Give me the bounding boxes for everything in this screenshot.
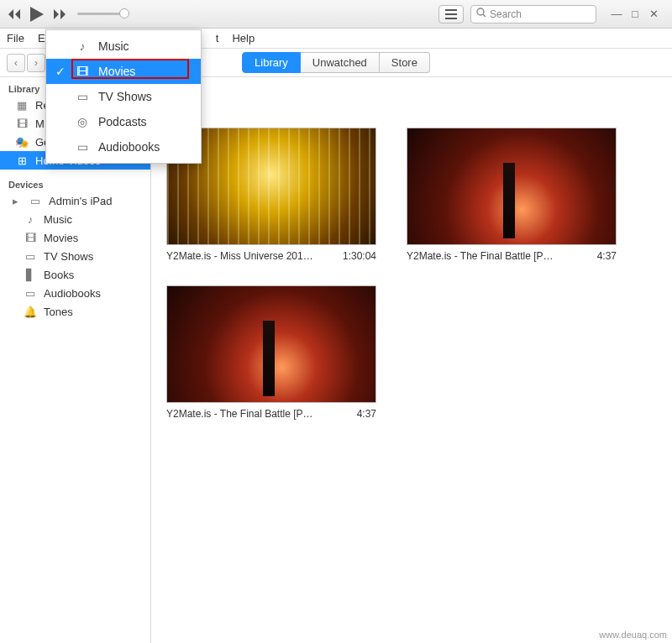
video-card[interactable]: Y2Mate.is - The Final Battle [Part 1]...… xyxy=(166,285,376,420)
view-tabs: Library Unwatched Store xyxy=(242,52,430,73)
sidebar-device[interactable]: ▸ ▭ Admin's iPad xyxy=(0,191,150,210)
menu-file[interactable]: File xyxy=(7,32,24,44)
list-view-button[interactable] xyxy=(438,5,464,24)
dropdown-item-music[interactable]: ♪Music xyxy=(46,34,201,59)
book-icon: ▋ xyxy=(24,268,37,281)
bell-icon: 🔔 xyxy=(24,305,37,318)
music-note-icon: ♪ xyxy=(24,212,37,226)
svg-point-0 xyxy=(477,8,484,15)
sidebar-header-devices: Devices xyxy=(0,176,150,191)
chevron-right-icon: ▸ xyxy=(8,194,22,207)
video-duration: 4:37 xyxy=(357,408,376,420)
audiobook-icon: ▭ xyxy=(75,139,90,154)
menu-truncated[interactable]: t xyxy=(216,32,219,44)
video-thumbnail[interactable] xyxy=(166,285,376,403)
next-button[interactable] xyxy=(49,4,69,24)
genre-icon: 🎭 xyxy=(15,135,29,149)
film-icon: 🎞 xyxy=(75,64,90,79)
tab-unwatched[interactable]: Unwatched xyxy=(301,52,380,73)
dropdown-item-movies[interactable]: ✓🎞Movies xyxy=(46,59,201,84)
menu-help[interactable]: Help xyxy=(232,32,255,44)
video-title: Y2Mate.is - The Final Battle [Part 1]... xyxy=(166,408,318,420)
dropdown-item-tvshows[interactable]: ▭TV Shows xyxy=(46,84,201,109)
tv-icon: ▭ xyxy=(24,249,37,263)
sidebar-device-audiobooks[interactable]: ▭Audiobooks xyxy=(0,284,150,302)
home-video-icon: ⊞ xyxy=(15,154,29,167)
tv-icon: ▭ xyxy=(75,89,90,104)
video-grid: Y2Mate.is - Miss Universe 2018 (Fu...1:3… xyxy=(166,128,657,420)
titlebar: Search — □ ✕ xyxy=(0,0,672,29)
minimize-button[interactable]: — xyxy=(608,7,625,22)
play-button[interactable] xyxy=(25,3,49,26)
video-thumbnail[interactable] xyxy=(407,128,617,245)
dropdown-item-audiobooks[interactable]: ▭Audiobooks xyxy=(46,134,201,159)
volume-slider[interactable] xyxy=(77,13,128,15)
search-placeholder: Search xyxy=(490,8,522,20)
video-title: Y2Mate.is - The Final Battle [Part 1]... xyxy=(407,250,558,262)
sidebar-device-music[interactable]: ♪Music xyxy=(0,210,150,228)
podcast-icon: ◎ xyxy=(75,114,90,129)
previous-button[interactable] xyxy=(5,4,25,24)
film-icon: 🎞 xyxy=(15,117,29,130)
tab-store[interactable]: Store xyxy=(380,52,430,73)
maximize-button[interactable]: □ xyxy=(627,7,643,22)
calendar-icon: ▦ xyxy=(15,98,29,112)
sidebar-device-movies[interactable]: 🎞Movies xyxy=(0,228,150,247)
media-type-dropdown: ♪Music ✓🎞Movies ▭TV Shows ◎Podcasts ▭Aud… xyxy=(45,29,202,164)
content-area: Y2Mate.is - Miss Universe 2018 (Fu...1:3… xyxy=(151,77,672,643)
search-input[interactable]: Search xyxy=(470,5,596,24)
video-duration: 4:37 xyxy=(597,250,617,262)
search-icon xyxy=(476,8,486,20)
nav-forward-button[interactable]: › xyxy=(27,54,45,72)
sidebar-device-tvshows[interactable]: ▭TV Shows xyxy=(0,247,150,265)
music-note-icon: ♪ xyxy=(75,39,90,54)
film-icon: 🎞 xyxy=(24,231,37,244)
sidebar-device-books[interactable]: ▋Books xyxy=(0,265,150,284)
video-duration: 1:30:04 xyxy=(343,250,376,262)
audiobook-icon: ▭ xyxy=(24,286,37,300)
check-icon: ✓ xyxy=(55,65,66,78)
video-card[interactable]: Y2Mate.is - The Final Battle [Part 1]...… xyxy=(407,128,617,262)
nav-back-button[interactable]: ‹ xyxy=(7,54,25,72)
close-button[interactable]: ✕ xyxy=(645,7,662,22)
video-title: Y2Mate.is - Miss Universe 2018 (Fu... xyxy=(166,250,318,262)
ipad-icon: ▭ xyxy=(29,194,42,207)
sidebar-device-tones[interactable]: 🔔Tones xyxy=(0,302,150,321)
svg-line-1 xyxy=(483,14,486,17)
watermark: www.deuaq.com xyxy=(599,630,667,640)
tab-library[interactable]: Library xyxy=(242,52,301,73)
dropdown-item-podcasts[interactable]: ◎Podcasts xyxy=(46,109,201,134)
